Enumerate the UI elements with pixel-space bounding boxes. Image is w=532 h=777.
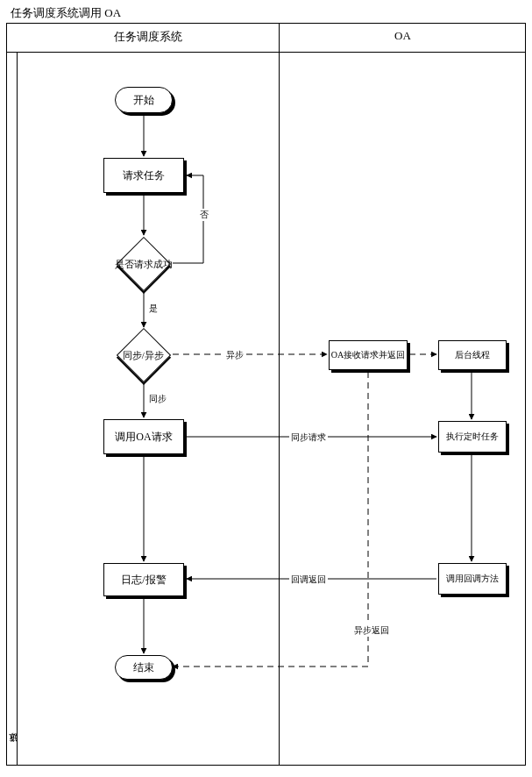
- edge-label-yes: 是: [147, 303, 160, 315]
- edge-label-sync-req: 同步请求: [289, 431, 328, 444]
- lane2-title: OA: [394, 29, 411, 43]
- node-req-task: 请求任务: [103, 158, 184, 193]
- node-start-label: 开始: [133, 93, 154, 108]
- node-bg-thread-label: 后台线程: [455, 349, 490, 361]
- edge-label-async: 异步: [224, 349, 245, 361]
- node-oa-recv-label: OA接收请求并返回: [331, 349, 405, 361]
- node-exec-timer: 执行定时任务: [438, 421, 507, 453]
- lane1-title: 任务调度系统: [114, 29, 182, 45]
- node-oa-recv: OA接收请求并返回: [329, 340, 408, 370]
- left-inner-border: [17, 53, 18, 766]
- lane-divider: [279, 23, 280, 766]
- node-end: 结束: [115, 655, 173, 680]
- edge-label-no: 否: [198, 209, 210, 221]
- node-log-alarm-label: 日志/报警: [121, 573, 166, 588]
- node-call-oa: 调用OA请求: [103, 419, 184, 454]
- node-call-oa-label: 调用OA请求: [115, 430, 172, 445]
- node-call-cb-label: 调用回调方法: [446, 573, 499, 585]
- edge-label-cb-return: 回调返回: [289, 574, 328, 586]
- node-call-cb: 调用回调方法: [438, 563, 507, 595]
- lane-header-bar: [6, 23, 526, 53]
- node-dec-mode-label: 同步/异步: [123, 349, 164, 362]
- node-log-alarm: 日志/报警: [103, 563, 184, 596]
- edge-label-async-return: 异步返回: [352, 624, 391, 637]
- node-exec-timer-label: 执行定时任务: [446, 431, 499, 443]
- node-start: 开始: [115, 87, 173, 113]
- node-req-task-label: 请求任务: [123, 168, 165, 183]
- diagram-frame: 任务调度系统调用 OA 任务调度系统 OA 泳道: [0, 0, 532, 777]
- lane-body: [6, 53, 526, 766]
- edge-label-sync: 同步: [147, 393, 168, 405]
- node-dec-success-label: 是否请求成功: [115, 258, 173, 271]
- node-bg-thread: 后台线程: [438, 340, 507, 370]
- diagram-title: 任务调度系统调用 OA: [11, 5, 121, 21]
- node-end-label: 结束: [133, 660, 154, 675]
